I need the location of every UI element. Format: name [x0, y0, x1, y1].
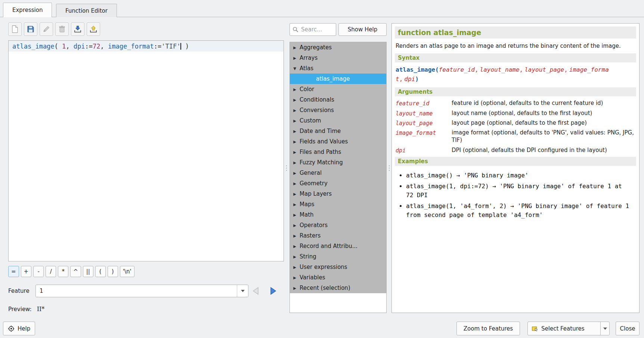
- function-help-panel[interactable]: function atlas_image Renders an atlas pa…: [391, 23, 640, 313]
- expand-icon[interactable]: ▶: [290, 161, 300, 165]
- tree-item-label: Record and Attribu...: [300, 243, 357, 249]
- splitter-handle[interactable]: [387, 160, 391, 176]
- expand-icon[interactable]: ▶: [290, 223, 300, 227]
- expand-icon[interactable]: ▶: [290, 108, 300, 112]
- tree-item-string[interactable]: ▶ String: [290, 251, 386, 262]
- expand-icon[interactable]: ▶: [290, 244, 300, 248]
- operator-button[interactable]: +: [21, 266, 32, 277]
- expand-icon[interactable]: ▶: [290, 234, 300, 238]
- export-expression-button[interactable]: [87, 22, 100, 36]
- tree-item-label: Date and Time: [300, 128, 341, 134]
- edit-expression-button[interactable]: [40, 22, 53, 36]
- splitter-handle[interactable]: [285, 160, 288, 176]
- search-icon: [292, 27, 298, 32]
- expand-icon[interactable]: ▶: [290, 129, 300, 133]
- tree-item-rasters[interactable]: ▶ Rasters: [290, 230, 386, 241]
- expand-icon[interactable]: ▶: [290, 56, 300, 60]
- expression-token: 1: [62, 43, 66, 50]
- tree-item-custom[interactable]: ▶ Custom: [290, 115, 386, 126]
- expand-icon[interactable]: ▼: [290, 66, 300, 71]
- function-tree[interactable]: ▶ Aggregates ▶ Arrays ▼ Atlas atlas_imag…: [290, 42, 387, 313]
- operator-button[interactable]: *: [58, 266, 68, 277]
- tab-expression[interactable]: Expression: [3, 3, 52, 17]
- tree-item-operators[interactable]: ▶ Operators: [290, 220, 386, 230]
- tree-item-arrays[interactable]: ▶ Arrays: [290, 53, 386, 63]
- expand-icon[interactable]: ▶: [290, 171, 300, 175]
- tree-item-fuzzy-matching[interactable]: ▶ Fuzzy Matching: [290, 157, 386, 168]
- expand-icon[interactable]: ▶: [290, 276, 300, 280]
- tree-item-date-and-time[interactable]: ▶ Date and Time: [290, 126, 386, 136]
- tree-item-conversions[interactable]: ▶ Conversions: [290, 105, 386, 115]
- operator-button[interactable]: '\n': [120, 266, 134, 277]
- tree-item-record-and-attribu[interactable]: ▶ Record and Attribu...: [290, 241, 386, 251]
- import-expression-button[interactable]: [71, 22, 84, 36]
- expand-icon[interactable]: ▶: [290, 182, 300, 186]
- arguments-list: feature_id feature id (optional, default…: [396, 99, 634, 154]
- new-expression-button[interactable]: [8, 22, 22, 36]
- operator-button[interactable]: -: [33, 266, 44, 277]
- syntax-argument: feature_id: [439, 66, 475, 73]
- feature-combobox-arrow-button[interactable]: [237, 285, 248, 297]
- tree-item-label: Variables: [300, 274, 325, 281]
- zoom-to-features-button[interactable]: Zoom to Features: [456, 322, 520, 335]
- expand-icon[interactable]: ▶: [290, 265, 300, 269]
- expand-icon[interactable]: ▶: [290, 192, 300, 196]
- show-help-button[interactable]: Show Help: [338, 23, 387, 36]
- select-features-dropdown-button[interactable]: [600, 322, 609, 335]
- operator-button[interactable]: (: [95, 266, 106, 277]
- new-file-icon: [11, 25, 19, 33]
- expand-icon[interactable]: ▶: [290, 255, 300, 259]
- expand-icon[interactable]: ▶: [290, 202, 300, 207]
- tree-item-general[interactable]: ▶ General: [290, 168, 386, 178]
- save-expression-button[interactable]: [24, 22, 37, 36]
- tree-item-atlas-image[interactable]: atlas_image: [290, 74, 386, 84]
- expression-editor[interactable]: atlas_image( 1, dpi:=72, image_format:='…: [8, 40, 284, 261]
- operator-button[interactable]: /: [46, 266, 56, 277]
- delete-expression-button[interactable]: [55, 22, 69, 36]
- tree-item-atlas[interactable]: ▼ Atlas: [290, 63, 386, 74]
- operator-button[interactable]: ||: [83, 266, 93, 277]
- previous-arrow-icon: [251, 286, 261, 296]
- arguments-heading: Arguments: [395, 87, 636, 96]
- expand-icon[interactable]: ▶: [290, 87, 300, 92]
- feature-combobox[interactable]: 1: [35, 285, 248, 297]
- argument-name: layout_name: [396, 109, 452, 117]
- tree-item-fields-and-values[interactable]: ▶ Fields and Values: [290, 136, 386, 147]
- expand-icon[interactable]: ▶: [290, 119, 300, 123]
- expand-icon[interactable]: ▶: [290, 140, 300, 144]
- operator-buttons-row: =+-/*^||()'\n': [8, 266, 134, 277]
- tree-item-conditionals[interactable]: ▶ Conditionals: [290, 94, 386, 105]
- argument-row: feature_id feature id (optional, default…: [396, 99, 634, 107]
- operator-button[interactable]: ): [108, 266, 118, 277]
- select-features-button[interactable]: Select Features: [527, 322, 610, 335]
- expand-icon[interactable]: ▶: [290, 286, 300, 290]
- expand-icon[interactable]: ▶: [290, 150, 300, 154]
- tree-item-maps[interactable]: ▶ Maps: [290, 199, 386, 210]
- expand-icon[interactable]: ▶: [290, 213, 300, 217]
- next-feature-button[interactable]: [265, 284, 280, 298]
- previous-feature-button[interactable]: [249, 284, 264, 298]
- tree-item-variables[interactable]: ▶ Variables: [290, 272, 386, 283]
- tree-item-user-expressions[interactable]: ▶ User expressions: [290, 262, 386, 272]
- tree-item-aggregates[interactable]: ▶ Aggregates: [290, 42, 386, 53]
- select-features-main[interactable]: Select Features: [528, 322, 600, 335]
- tree-item-label: Fields and Values: [300, 138, 348, 145]
- expression-toolbar: [8, 22, 100, 36]
- syntax-function-name: atlas_image: [396, 66, 435, 73]
- close-button[interactable]: Close: [616, 322, 640, 335]
- expand-icon[interactable]: ▶: [290, 98, 300, 102]
- tree-item-files-and-paths[interactable]: ▶ Files and Paths: [290, 147, 386, 157]
- operator-button[interactable]: =: [8, 266, 19, 277]
- tree-item-recent-selection[interactable]: ▶ Recent (selection): [290, 283, 386, 293]
- expand-icon[interactable]: ▶: [290, 46, 300, 50]
- close-button-label: Close: [620, 325, 635, 332]
- tab-function-editor[interactable]: Function Editor: [56, 4, 117, 17]
- argument-row: dpi DPI (optional, defaults the DPI conf…: [396, 146, 634, 154]
- help-button[interactable]: Help: [3, 322, 35, 335]
- tree-item-color[interactable]: ▶ Color: [290, 84, 386, 94]
- tree-item-geometry[interactable]: ▶ Geometry: [290, 178, 386, 189]
- examples-list: atlas_image() → 'PNG binary image'atlas_…: [406, 171, 632, 220]
- operator-button[interactable]: ^: [70, 266, 81, 277]
- tree-item-math[interactable]: ▶ Math: [290, 210, 386, 220]
- tree-item-map-layers[interactable]: ▶ Map Layers: [290, 189, 386, 199]
